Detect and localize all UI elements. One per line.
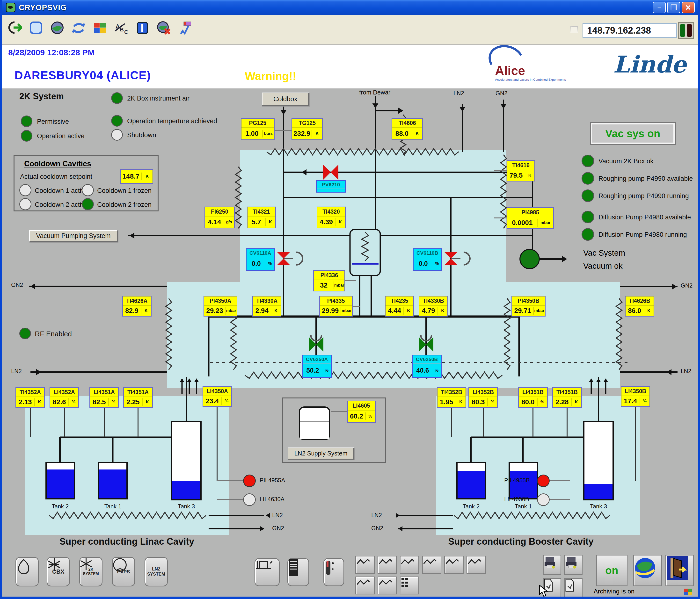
valve-id: CV6110A <box>247 249 274 257</box>
trend-icon <box>467 556 482 567</box>
led-roughing-running <box>581 189 594 202</box>
trend-icon <box>378 556 393 567</box>
label-cooldown2-frozen: Cooldown 2 frozen <box>97 201 152 209</box>
instrument-id: TI4626B <box>626 296 654 306</box>
compressor-button[interactable] <box>16 557 39 587</box>
trend-button-4[interactable] <box>422 556 441 574</box>
world-view-button[interactable] <box>633 555 662 586</box>
trend-button-7[interactable] <box>355 576 375 594</box>
valve-cv6250b-readout[interactable]: CV6250B40.6% <box>412 355 442 378</box>
valve-cv6110b-readout[interactable]: CV6110B0.0% <box>413 249 442 270</box>
instrument-value: 23.4 <box>203 397 222 405</box>
inst-ti4352b: TI4352B1.95K <box>437 387 466 408</box>
table-view-button[interactable] <box>400 576 419 594</box>
trend-button-6[interactable] <box>467 556 486 574</box>
instrument-unit: K <box>266 219 275 225</box>
booster-tank3-label: Tank 3 <box>583 503 614 510</box>
trend-button-3[interactable] <box>400 556 419 574</box>
led-pil4955b <box>537 474 550 487</box>
radio-cooldown2-frozen <box>82 198 94 210</box>
instrument-id: TI4235 <box>385 296 413 306</box>
ln2-system-button[interactable]: LN2 SYSTEM <box>145 557 168 587</box>
lil4630a-label: LIL4630A <box>259 496 284 502</box>
instrument-value: 32 <box>314 282 334 289</box>
booster-tank2-label: Tank 2 <box>456 503 486 510</box>
radio-cooldown2-activ <box>19 198 31 210</box>
trend-icon <box>356 577 371 588</box>
log-page-button-2[interactable] <box>564 578 582 598</box>
instrument-unit: mbar <box>534 308 545 313</box>
valve-cv6110a-readout[interactable]: CV6110A0.0% <box>246 249 275 270</box>
instrument-value: 4.39 <box>317 218 335 226</box>
inst-ti4351b: TI4351B2.28K <box>552 387 582 408</box>
instrument-unit: % <box>366 414 375 419</box>
trend-button-5[interactable] <box>444 556 464 574</box>
instrument-unit: K <box>525 173 534 178</box>
vacuum-pumping-system-button[interactable]: Vacuum Pumping System <box>29 230 118 242</box>
inst-tg125: TG125232.9K <box>292 118 323 140</box>
exit-door-icon <box>666 555 689 581</box>
valve-id: CV6250B <box>413 356 441 364</box>
valve-cv6250a-readout[interactable]: CV6250A50.2% <box>302 355 332 378</box>
inst-ti4626a: TI4626A82.9K <box>122 296 152 316</box>
label-2k-box-air: 2K Box instrument air <box>127 95 190 102</box>
print-report-button-1[interactable] <box>543 555 561 575</box>
instrument-value: 80.3 <box>469 398 488 406</box>
inst-pi4350b: PI4350B29.71mbar <box>511 296 546 316</box>
lil4630b-label: LIL4630B <box>504 496 529 502</box>
inst-li4352b: LI4352B80.3% <box>469 387 498 408</box>
booster-tank1-label: Tank 1 <box>508 503 538 510</box>
trend-button-8[interactable] <box>378 576 397 594</box>
instrument-value: 2.28 <box>553 398 572 406</box>
instrument-unit: K <box>143 400 152 405</box>
instrument-value: 82.5 <box>90 398 109 406</box>
instrument-unit: % <box>488 400 497 405</box>
instrument-unit: K <box>142 308 151 313</box>
printer-icon <box>565 555 577 569</box>
trend-button-1[interactable] <box>355 556 375 574</box>
inst-pg125: PG1251.00bars <box>241 118 275 140</box>
printer-icon <box>544 555 556 569</box>
inst-pi4985: PI49850.0001mbar <box>507 207 554 229</box>
exit-button[interactable] <box>666 555 694 586</box>
instrument-unit: K <box>312 131 322 136</box>
led-lil4630a <box>243 493 256 506</box>
instrument-id: LI4352B <box>469 388 497 397</box>
cbx-button[interactable]: CBX <box>47 557 70 587</box>
coldbox-button[interactable]: Coldbox <box>262 93 309 106</box>
booster-caption: Super conducting Booster Cavity <box>448 537 594 547</box>
vac-sys-status: Vac sys on <box>590 122 676 145</box>
pvps-button[interactable]: PVPS <box>112 557 135 587</box>
ln2-supply-system-button[interactable]: LN2 Supply System <box>288 447 354 460</box>
ln2-right-label: LN2 <box>681 368 691 374</box>
instrument-value: 17.4 <box>621 397 640 405</box>
instrument-id: TI4352A <box>16 388 44 397</box>
pil4955a-label: PIL4955A <box>259 477 285 484</box>
valve-unit: % <box>266 261 274 266</box>
print-report-button-2[interactable] <box>564 555 582 575</box>
gn2-bottom-left-label: GN2 <box>272 525 284 531</box>
instrument-id: PI4336 <box>314 271 345 280</box>
coldbox-device-button[interactable] <box>254 558 280 586</box>
rack-device-button[interactable] <box>288 558 309 586</box>
instrument-value: 1.95 <box>438 398 456 406</box>
2k-system-button[interactable]: 2K SYSTEM <box>79 557 102 587</box>
trend-icon <box>445 556 459 567</box>
dewar-device-button[interactable] <box>323 558 344 586</box>
inst-ti4320: TI43204.39K <box>317 207 346 228</box>
archiving-toggle-button[interactable]: on <box>596 555 627 586</box>
led-shutdown <box>111 129 123 140</box>
trend-button-2[interactable] <box>378 556 397 574</box>
valve-pv6210-readout[interactable]: PV6210 <box>316 180 346 192</box>
instrument-id: LI4350B <box>621 387 649 396</box>
inst-li4350b: LI4350B17.4% <box>621 386 650 407</box>
gn2-right-label: GN2 <box>681 282 693 289</box>
label-op-temp-achieved: Operation temperture achieved <box>127 118 217 125</box>
linac-caption: Super conducting Linac Cavity <box>59 537 194 547</box>
instrument-id: TI4320 <box>317 207 345 216</box>
label-diffusion-running: Diffusion Pump P4980 running <box>599 231 687 238</box>
booster-tank2 <box>456 462 486 499</box>
instrument-unit: K <box>644 308 654 313</box>
inst-pi4350a: PI4350A29.23mbar <box>203 296 238 316</box>
instrument-unit: K <box>271 308 281 313</box>
